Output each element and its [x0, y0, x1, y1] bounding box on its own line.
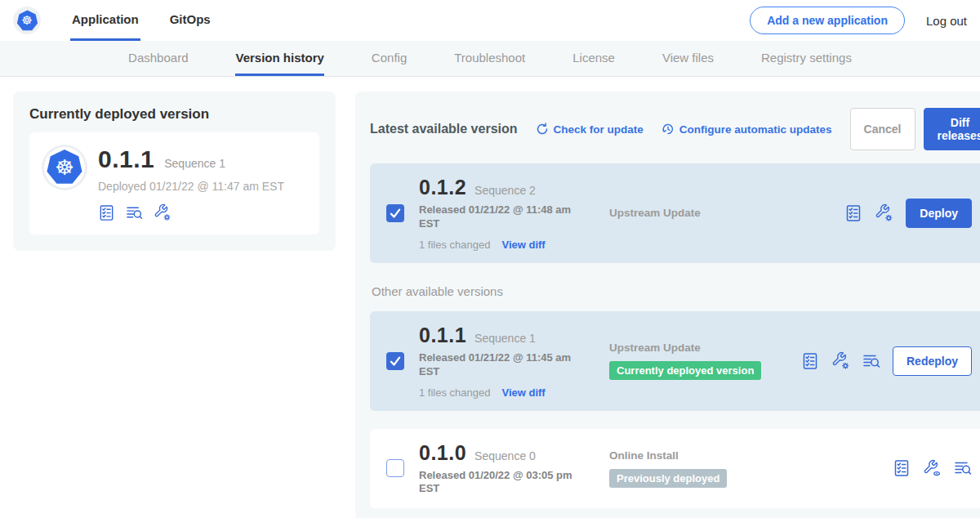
subnav-tab-config[interactable]: Config	[372, 41, 407, 76]
subnav-tab-dashboard[interactable]: Dashboard	[128, 41, 188, 76]
preflight-checks-icon[interactable]	[893, 459, 911, 477]
release-notes-icon[interactable]	[954, 459, 972, 477]
subnav-tab-version-history[interactable]: Version history	[235, 41, 323, 76]
app-logo: ☸	[13, 0, 41, 41]
edit-config-icon[interactable]	[831, 351, 850, 370]
version-checkbox[interactable]	[386, 352, 404, 370]
version-checkbox[interactable]	[386, 204, 404, 222]
version-number: 0.1.0	[419, 441, 466, 465]
diff-releases-button[interactable]: Diff releases	[924, 108, 980, 150]
currently-deployed-badge: Currently deployed version	[609, 361, 761, 380]
files-changed-label: 1 files changed	[419, 239, 490, 251]
checkmark-icon	[389, 207, 402, 220]
source-label: Upstream Update	[609, 342, 801, 354]
clock-refresh-icon	[662, 123, 675, 136]
sequence-label: Sequence 2	[474, 184, 536, 197]
preflight-checks-icon[interactable]	[98, 204, 115, 221]
kubernetes-wheel-glyph: ☸	[55, 157, 74, 178]
kubernetes-logo-icon: ☸	[13, 7, 41, 34]
topnav-right: Add a new application Log out	[750, 0, 967, 41]
other-versions-title: Other available versions	[372, 284, 980, 298]
latest-version-header: Latest available version Check for updat…	[370, 108, 980, 150]
version-row-0-1-2: 0.1.2 Sequence 2 Released 01/21/22 @ 11:…	[370, 163, 980, 263]
version-info: 0.1.2 Sequence 2 Released 01/21/22 @ 11:…	[419, 176, 586, 251]
tab-gitops-label: GitOps	[170, 12, 211, 26]
view-diff-link[interactable]: View diff	[501, 386, 545, 399]
version-number: 0.1.1	[419, 324, 466, 347]
version-source: Upstream Update	[609, 207, 801, 219]
kubernetes-app-icon: ☸	[44, 147, 85, 188]
version-actions	[893, 459, 972, 478]
source-label: Online Install	[609, 449, 801, 462]
view-config-icon[interactable]	[923, 459, 942, 478]
files-changed-line: 1 files changed View diff	[419, 239, 586, 251]
deployed-version-info: 0.1.1 Sequence 1 Deployed 01/21/22 @ 11:…	[98, 145, 284, 221]
edit-config-icon[interactable]	[154, 203, 172, 221]
latest-version-title: Latest available version	[370, 122, 518, 136]
subnav-tab-troubleshoot[interactable]: Troubleshoot	[454, 41, 525, 76]
sub-nav: Dashboard Version history Config Trouble…	[0, 41, 980, 77]
main-content: Currently deployed version ☸ 0.1.1 Seque…	[0, 77, 980, 518]
tab-gitops[interactable]: GitOps	[168, 0, 212, 41]
subnav-tab-view-files[interactable]: View files	[662, 41, 714, 76]
version-info: 0.1.0 Sequence 0 Released 01/20/22 @ 03:…	[419, 441, 586, 497]
sequence-label: Sequence 1	[474, 332, 536, 345]
release-notes-icon[interactable]	[126, 204, 143, 221]
check-for-update-link[interactable]: Check for update	[536, 123, 644, 136]
version-actions: Redeploy	[801, 346, 972, 376]
version-row-0-1-0: 0.1.0 Sequence 0 Released 01/20/22 @ 03:…	[370, 429, 980, 509]
version-row-0-1-1: 0.1.1 Sequence 1 Released 01/21/22 @ 11:…	[370, 311, 980, 411]
subnav-tab-registry-settings[interactable]: Registry settings	[761, 41, 852, 76]
version-info: 0.1.1 Sequence 1 Released 01/21/22 @ 11:…	[419, 324, 586, 399]
version-number: 0.1.2	[419, 176, 466, 199]
deployed-icon-row	[98, 203, 284, 221]
files-changed-line: 1 files changed View diff	[419, 386, 586, 399]
version-source: Upstream Update Currently deployed versi…	[609, 342, 801, 380]
files-changed-label: 1 files changed	[419, 386, 490, 399]
deployed-sequence-label: Sequence 1	[164, 157, 225, 170]
edit-config-icon[interactable]	[875, 203, 893, 222]
deployed-panel-title: Currently deployed version	[29, 106, 319, 123]
redeploy-button[interactable]: Redeploy	[893, 346, 972, 376]
configure-automatic-updates-link[interactable]: Configure automatic updates	[662, 123, 832, 136]
header-actions: Cancel Diff releases	[850, 108, 980, 150]
check-for-update-label: Check for update	[554, 123, 644, 136]
source-label: Upstream Update	[609, 207, 801, 219]
deployed-timestamp: Deployed 01/21/22 @ 11:47 am EST	[98, 180, 284, 193]
logout-link[interactable]: Log out	[926, 14, 967, 28]
refresh-icon	[536, 123, 549, 136]
tab-application-label: Application	[72, 12, 139, 26]
deployed-version-number: 0.1.1	[98, 145, 154, 173]
top-nav: ☸ Application GitOps Add a new applicati…	[0, 0, 980, 41]
currently-deployed-panel: Currently deployed version ☸ 0.1.1 Seque…	[13, 92, 336, 251]
preflight-checks-icon[interactable]	[844, 204, 862, 222]
preflight-checks-icon[interactable]	[801, 352, 819, 370]
configure-automatic-updates-label: Configure automatic updates	[679, 123, 832, 136]
checkmark-icon	[389, 355, 402, 368]
add-application-button[interactable]: Add a new application	[750, 7, 905, 34]
released-timestamp: Released 01/21/22 @ 11:48 am EST	[419, 203, 582, 231]
cancel-button[interactable]: Cancel	[850, 108, 915, 150]
deployed-version-card: ☸ 0.1.1 Sequence 1 Deployed 01/21/22 @ 1…	[29, 132, 319, 234]
subnav-tab-license[interactable]: License	[572, 41, 615, 76]
version-checkbox[interactable]	[386, 459, 404, 477]
released-timestamp: Released 01/20/22 @ 03:05 pm EST	[419, 469, 582, 497]
version-history-panel: Latest available version Check for updat…	[355, 92, 980, 518]
previously-deployed-badge: Previously deployed	[609, 469, 727, 488]
topnav-tabs: Application GitOps	[70, 0, 212, 41]
version-actions: Deploy	[844, 199, 972, 228]
tab-application[interactable]: Application	[70, 0, 140, 41]
kubernetes-wheel-glyph: ☸	[21, 15, 32, 27]
version-source: Online Install Previously deployed	[609, 449, 801, 488]
released-timestamp: Released 01/21/22 @ 11:45 am EST	[419, 351, 582, 379]
view-diff-link[interactable]: View diff	[501, 239, 545, 251]
sequence-label: Sequence 0	[474, 449, 536, 462]
release-notes-icon[interactable]	[862, 352, 880, 370]
deploy-button[interactable]: Deploy	[906, 199, 972, 228]
